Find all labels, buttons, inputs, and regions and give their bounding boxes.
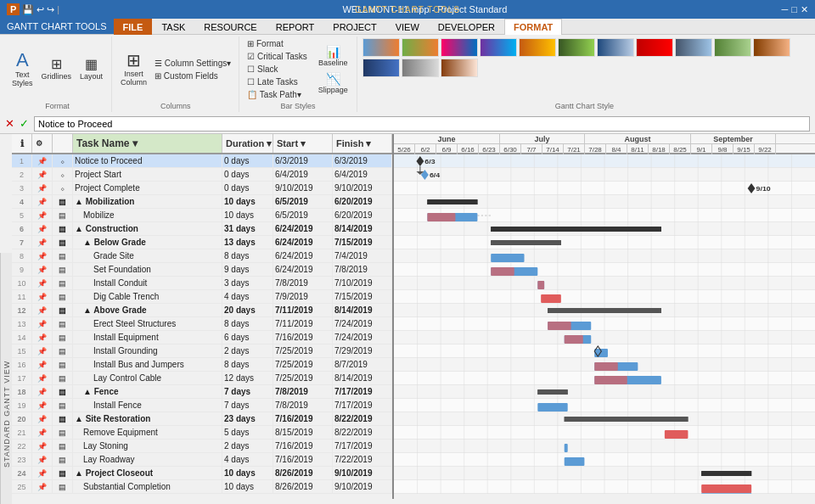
- cancel-btn[interactable]: ✕: [5, 117, 14, 130]
- gantt-header: June July August September 5/26 6/2 6/9 …: [394, 134, 815, 154]
- style-10[interactable]: [714, 38, 751, 57]
- table-row[interactable]: 8 📌 ▤ Grade Site 8 days 6/24/2019 7/4/20…: [12, 249, 392, 263]
- custom-fields-btn[interactable]: ⊞ Custom Fields: [152, 70, 233, 81]
- bar-style-buttons: ⊞ Format ☑ Critical Tasks ☐ Slack ☐ Late…: [244, 38, 351, 100]
- bar-styles-group-label: Bar Styles: [280, 100, 315, 110]
- row-dur-13: 8 days: [222, 317, 273, 330]
- table-row[interactable]: 15 📌 ▤ Install Grounding 2 days 7/25/201…: [12, 344, 392, 358]
- row-name-17: Lay Control Cable: [73, 372, 222, 384]
- slippage-btn[interactable]: 📉 Slippage: [315, 70, 351, 96]
- redo-icon[interactable]: ↪: [47, 4, 54, 15]
- gantt-week-818: 8/18: [649, 144, 670, 154]
- style-11[interactable]: [753, 38, 790, 57]
- style-14[interactable]: [441, 59, 478, 77]
- layout-btn[interactable]: ▦ Layout: [76, 56, 106, 82]
- late-tasks-chk[interactable]: ☐ Late Tasks: [244, 76, 310, 87]
- row-num-21: 21: [12, 426, 32, 439]
- format-btn[interactable]: ⊞ Format: [244, 38, 310, 49]
- gantt-row-21: [394, 426, 815, 440]
- formula-input[interactable]: [34, 116, 810, 132]
- slack-chk[interactable]: ☐ Slack: [244, 64, 310, 75]
- table-row[interactable]: 5 📌 ▤ Mobilize 10 days 6/5/2019 6/20/201…: [12, 209, 392, 222]
- gantt-week-77: 7/7: [521, 144, 542, 154]
- table-row[interactable]: 24 📌 ▤ ▲ Project Closeout 10 days 8/26/2…: [12, 467, 392, 480]
- tab-developer[interactable]: DEVELOPER: [429, 19, 504, 35]
- gantt-month-july: July: [500, 134, 585, 143]
- text-styles-btn[interactable]: A TextStyles: [8, 49, 37, 89]
- row-num-6: 6: [12, 222, 32, 235]
- table-row[interactable]: 3 📌 ⬦ Project Complete 0 days 9/10/2019 …: [12, 182, 392, 195]
- row-icon-1: ⬦: [53, 154, 73, 167]
- table-row[interactable]: 25 📌 ▤ Substantial Completion 10 days 8/…: [12, 480, 392, 494]
- row-dur-22: 2 days: [222, 440, 273, 452]
- tab-resource[interactable]: RESOURCE: [194, 19, 266, 35]
- table-row[interactable]: 12 📌 ▤ ▲ Above Grade 20 days 7/11/2019 8…: [12, 304, 392, 317]
- row-start-18: 7/8/2019: [273, 385, 333, 398]
- table-row[interactable]: 18 📌 ▤ ▲ Fence 7 days 7/8/2019 7/17/2019: [12, 385, 392, 399]
- style-3[interactable]: [441, 38, 478, 57]
- style-2[interactable]: [402, 38, 439, 57]
- table-header: ℹ ⚙ Task Name ▾ Duration ▾ Start ▾ Finis…: [12, 134, 392, 154]
- table-row[interactable]: 17 📌 ▤ Lay Control Cable 12 days 7/25/20…: [12, 372, 392, 385]
- tab-project[interactable]: PROJECT: [323, 19, 385, 35]
- row-icon-15: ▤: [53, 344, 73, 357]
- tab-file[interactable]: FILE: [114, 19, 153, 35]
- table-row[interactable]: 22 📌 ▤ Lay Stoning 2 days 7/16/2019 7/17…: [12, 440, 392, 453]
- gantt-area: June July August September 5/26 6/2 6/9 …: [394, 134, 815, 499]
- gantt-row-14: [394, 331, 815, 344]
- tab-task[interactable]: TASK: [152, 19, 194, 35]
- table-row[interactable]: 13 📌 ▤ Erect Steel Structures 8 days 7/1…: [12, 317, 392, 331]
- tab-report[interactable]: REPORT: [267, 19, 324, 35]
- style-4[interactable]: [480, 38, 517, 57]
- th-finish[interactable]: Finish ▾: [333, 134, 392, 153]
- table-row[interactable]: 16 📌 ▤ Install Bus and Jumpers 8 days 7/…: [12, 358, 392, 372]
- style-7[interactable]: [597, 38, 634, 57]
- style-9[interactable]: [675, 38, 712, 57]
- row-name-19: Install Fence: [73, 399, 222, 412]
- table-row[interactable]: 23 📌 ▤ Lay Roadway 4 days 7/16/2019 7/22…: [12, 453, 392, 467]
- insert-column-btn[interactable]: ⊞ InsertColumn: [117, 50, 150, 88]
- task-path-btn[interactable]: 📋 Task Path▾: [244, 89, 310, 100]
- tab-format[interactable]: FORMAT: [504, 19, 562, 35]
- style-6[interactable]: [558, 38, 595, 57]
- table-row[interactable]: 19 📌 ▤ Install Fence 7 days 7/8/2019 7/1…: [12, 399, 392, 412]
- minimize-btn[interactable]: ─: [782, 4, 789, 15]
- th-start[interactable]: Start ▾: [273, 134, 333, 153]
- table-row[interactable]: 2 📌 ⬦ Project Start 0 days 6/4/2019 6/4/…: [12, 168, 392, 182]
- save-icon[interactable]: 💾: [22, 4, 34, 15]
- row-num-4: 4: [12, 195, 32, 208]
- close-btn[interactable]: ✕: [801, 4, 808, 15]
- window-controls[interactable]: ─ □ ✕: [782, 4, 808, 15]
- row-start-22: 7/16/2019: [273, 440, 333, 452]
- style-8[interactable]: [636, 38, 673, 57]
- row-name-1: Notice to Proceed: [73, 154, 222, 167]
- maximize-btn[interactable]: □: [791, 4, 797, 15]
- th-taskname[interactable]: Task Name ▾: [73, 134, 222, 153]
- table-row[interactable]: 7 📌 ▤ ▲ Below Grade 13 days 6/24/2019 7/…: [12, 236, 392, 249]
- row-name-16: Install Bus and Jumpers: [73, 358, 222, 371]
- table-row[interactable]: 6 📌 ▤ ▲ Construction 31 days 6/24/2019 8…: [12, 222, 392, 236]
- table-row[interactable]: 1 📌 ⬦ Notice to Proceed 0 days 6/3/2019 …: [12, 154, 392, 168]
- style-13[interactable]: [402, 59, 439, 77]
- confirm-btn[interactable]: ✓: [20, 117, 29, 130]
- critical-tasks-chk[interactable]: ☑ Critical Tasks: [244, 51, 310, 62]
- table-row[interactable]: 20 📌 ▤ ▲ Site Restoration 23 days 7/16/2…: [12, 412, 392, 426]
- baseline-btn[interactable]: 📊 Baseline: [315, 43, 351, 69]
- tab-view[interactable]: VIEW: [386, 19, 429, 35]
- th-duration[interactable]: Duration ▾: [222, 134, 273, 153]
- table-row[interactable]: 11 📌 ▤ Dig Cable Trench 4 days 7/9/2019 …: [12, 290, 392, 304]
- gridlines-btn[interactable]: ⊞ Gridlines: [38, 56, 76, 82]
- style-1[interactable]: [363, 38, 400, 57]
- table-row[interactable]: 14 📌 ▤ Install Equipment 6 days 7/16/201…: [12, 331, 392, 344]
- table-row[interactable]: 9 📌 ▤ Set Foundation 9 days 6/24/2019 7/…: [12, 263, 392, 277]
- undo-icon[interactable]: ↩: [37, 4, 44, 15]
- row-num-17: 17: [12, 372, 32, 384]
- table-row[interactable]: 21 📌 ▤ Remove Equipment 5 days 8/15/2019…: [12, 426, 392, 440]
- table-row[interactable]: 10 📌 ▤ Install Conduit 3 days 7/8/2019 7…: [12, 277, 392, 290]
- row-start-2: 6/4/2019: [273, 168, 333, 181]
- style-12[interactable]: [363, 59, 400, 77]
- style-5[interactable]: [519, 38, 556, 57]
- table-row[interactable]: 4 📌 ▤ ▲ Mobilization 10 days 6/5/2019 6/…: [12, 195, 392, 209]
- column-settings-btn[interactable]: ☰ Column Settings▾: [152, 58, 233, 69]
- row-start-7: 6/24/2019: [273, 236, 333, 249]
